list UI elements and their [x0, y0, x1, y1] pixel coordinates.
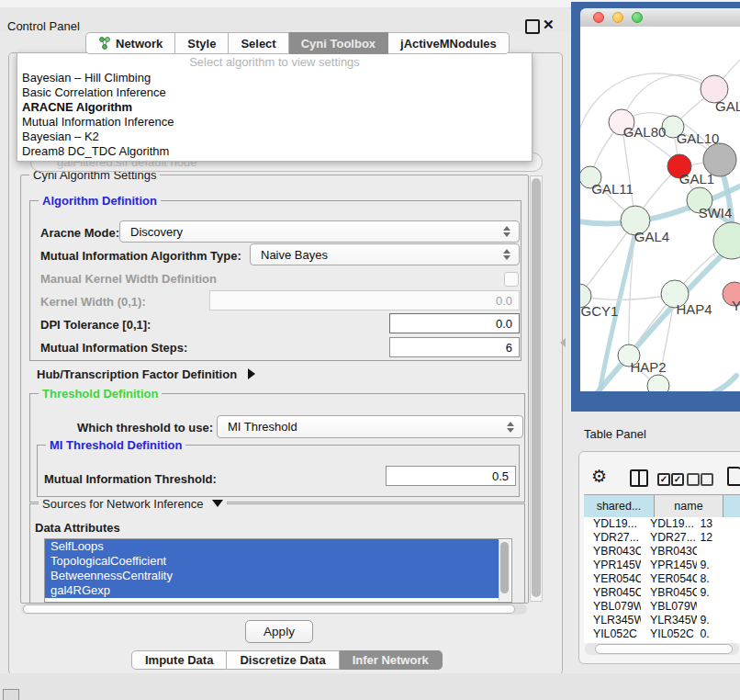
tab-style[interactable]: Style [175, 32, 229, 54]
cell[interactable]: YPR145W [641, 559, 696, 572]
table-horizontal-scrollbar-thumb[interactable] [595, 644, 733, 654]
close-icon[interactable]: ✕ [543, 17, 555, 33]
tab-network[interactable]: Network [85, 32, 175, 54]
table-row[interactable]: YDR27...YDR27...12 [584, 531, 740, 545]
deselect-all-columns-icon[interactable] [687, 473, 700, 486]
cell[interactable]: YER054C [641, 572, 696, 586]
network-node[interactable] [713, 222, 740, 259]
cell[interactable]: YBL079W [584, 600, 641, 614]
select-all-columns-icon[interactable]: ✓ [671, 473, 684, 486]
network-window-titlebar[interactable] [580, 8, 740, 28]
table-row[interactable]: YBR045CYBR045C9. [584, 586, 740, 600]
table-row[interactable]: YBR043CYBR043C [584, 545, 740, 559]
cell[interactable]: 9. [697, 586, 740, 600]
which-threshold-select[interactable]: MI Threshold [217, 415, 523, 438]
cell[interactable]: YDR27... [584, 531, 641, 545]
cell[interactable]: YLR345W [584, 614, 641, 627]
cell[interactable]: YBR045C [641, 586, 696, 600]
attribute-item-topologicalcoefficient[interactable]: TopologicalCoefficient [45, 554, 499, 569]
algorithm-option-dream8-dc-tdc-algorithm[interactable]: Dream8 DC_TDC Algorithm [17, 144, 532, 159]
table-row[interactable]: YIL052CYIL052C0. [584, 627, 740, 641]
float-window-icon[interactable] [525, 19, 540, 34]
cell[interactable]: 0. [697, 627, 740, 641]
split-columns-icon[interactable] [630, 469, 648, 487]
mi-threshold-label: Mutual Information Threshold: [44, 472, 217, 486]
dpi-tolerance-label: DPI Tolerance [0,1]: [40, 318, 151, 332]
cell[interactable]: YER054C [584, 572, 641, 586]
apply-button[interactable]: Apply [245, 620, 313, 643]
deselect-all-columns-icon[interactable] [701, 473, 713, 486]
tab-impute-data[interactable]: Impute Data [131, 650, 227, 670]
tab-infer-network[interactable]: Infer Network [340, 650, 443, 670]
algorithm-option-aracne-algorithm[interactable]: ARACNE Algorithm [17, 100, 532, 115]
gear-icon[interactable]: ⚙ [591, 466, 607, 486]
attribute-item-selfloops[interactable]: SelfLoops [45, 539, 499, 554]
form-view-icon[interactable] [727, 467, 740, 486]
network-node[interactable] [647, 375, 669, 391]
cell[interactable]: YDL19... [641, 517, 696, 531]
cell[interactable]: YDL19... [584, 517, 641, 531]
table-row[interactable]: YLR345WYLR345W9. [584, 614, 740, 627]
algorithm-dropdown-list: Select algorithm to view settings Bayesi… [17, 52, 533, 162]
cell[interactable]: 9. [697, 614, 740, 627]
window-close-icon[interactable] [593, 12, 604, 23]
cell[interactable]: YBR043C [641, 545, 696, 559]
table-row[interactable]: YDL19...YDL19...13 [584, 517, 740, 531]
cell[interactable]: 13 [697, 517, 740, 531]
cell[interactable]: YBR045C [584, 586, 641, 600]
tab-select[interactable]: Select [229, 32, 288, 54]
column-header-2[interactable] [723, 495, 740, 517]
mi-type-select[interactable]: Naive Bayes [250, 243, 520, 265]
algorithm-option-basic-correlation-inference[interactable]: Basic Correlation Inference [17, 85, 532, 100]
data-attributes-list[interactable]: SelfLoopsTopologicalCoefficientBetweenne… [44, 538, 512, 603]
control-panel-tabs: NetworkStyleSelectCyni ToolboxjActiveMNo… [85, 32, 510, 54]
cell[interactable]: YPR145W [584, 559, 641, 572]
window-zoom-icon[interactable] [632, 12, 643, 23]
manual-kernel-checkbox[interactable] [504, 272, 519, 287]
minimized-panel-icon[interactable] [3, 689, 19, 700]
table-row[interactable]: YBL079WYBL079W [584, 600, 740, 614]
cell[interactable] [697, 545, 740, 559]
attribute-item-betweennesscentrality[interactable]: BetweennessCentrality [45, 569, 499, 583]
algorithm-option-mutual-information-inference[interactable]: Mutual Information Inference [17, 115, 532, 130]
which-threshold-label: Which threshold to use: [77, 421, 213, 435]
attribute-item-gal4rgexp[interactable]: gal4RGexp [45, 583, 499, 598]
panel-splitter-handle[interactable] [560, 338, 566, 347]
sources-expander[interactable]: Sources for Network Inference [39, 497, 227, 511]
settings-vertical-scrollbar-thumb[interactable] [532, 178, 541, 597]
tab-label: Style [187, 37, 216, 51]
algorithm-option-bayesian-k2[interactable]: Bayesian – K2 [17, 130, 532, 144]
mi-steps-field[interactable]: 6 [389, 337, 520, 357]
list-scrollbar-thumb[interactable] [500, 542, 509, 593]
cell[interactable]: 8. [697, 572, 740, 586]
cell[interactable]: YBL079W [641, 600, 696, 614]
hub-definition-expander[interactable]: Hub/Transcription Factor Definition [37, 367, 255, 381]
network-node-label: HAP2 [630, 359, 666, 375]
cell[interactable]: YLR345W [641, 614, 696, 627]
cyni-bottom-tabs: Impute DataDiscretize DataInfer Network [131, 650, 443, 670]
mi-threshold-field[interactable]: 0.5 [386, 466, 516, 486]
table-row[interactable]: YPR145WYPR145W9. [584, 559, 740, 572]
cell[interactable]: 9. [697, 559, 740, 572]
select-all-columns-icon[interactable]: ✓ [657, 473, 670, 486]
network-canvas[interactable]: GALGAL80GAL10GAL1GAL11SWI4GAL4GCY1HAP4YH… [580, 27, 740, 391]
cell[interactable]: 12 [697, 531, 740, 545]
cell[interactable]: YBR043C [584, 545, 641, 559]
kernel-width-field[interactable]: 0.0 [209, 290, 520, 310]
cell[interactable]: YIL052C [584, 627, 641, 641]
algorithm-option-bayesian-hill-climbing[interactable]: Bayesian – Hill Climbing [17, 71, 532, 85]
aracne-mode-select[interactable]: Discovery [119, 220, 520, 243]
tab-cyni-toolbox[interactable]: Cyni Toolbox [289, 32, 388, 54]
window-minimize-icon[interactable] [612, 12, 623, 23]
settings-horizontal-scrollbar-thumb[interactable] [23, 604, 515, 614]
column-header-shared[interactable]: shared... [584, 495, 655, 517]
tab-discretize-data[interactable]: Discretize Data [227, 650, 339, 670]
cell[interactable] [697, 600, 740, 614]
settings-vertical-scrollbar [530, 175, 543, 602]
cell[interactable]: YDR27... [641, 531, 696, 545]
column-header-name[interactable]: name [655, 495, 723, 517]
tab-jactivemnodules[interactable]: jActiveMNodules [388, 32, 510, 54]
dpi-tolerance-field[interactable]: 0.0 [389, 313, 520, 333]
cell[interactable]: YIL052C [641, 627, 696, 641]
table-row[interactable]: YER054CYER054C8. [584, 572, 740, 586]
